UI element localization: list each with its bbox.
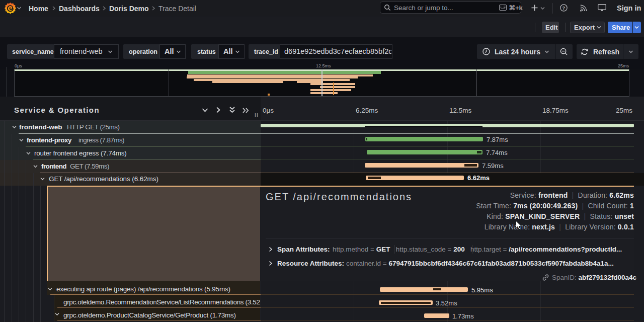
svg-text:?: ? bbox=[562, 5, 566, 11]
